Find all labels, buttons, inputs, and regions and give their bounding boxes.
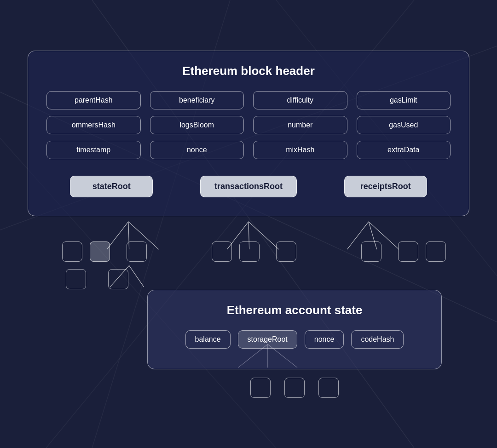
field-timestamp: timestamp	[46, 141, 141, 159]
leaf-storage-2	[284, 378, 305, 398]
leaf-storage-1	[250, 378, 271, 398]
field-nonce: nonce	[150, 141, 244, 159]
leaf-tx-2	[239, 241, 260, 262]
root-transactionsRoot: transactionsRoot	[200, 176, 297, 197]
field-logsBloom: logsBloom	[150, 116, 244, 134]
leaf-rec-2	[398, 241, 418, 262]
leaf-state-child-1	[66, 269, 86, 289]
storage-leaves-row	[147, 369, 442, 398]
leaf-rec-3	[426, 241, 446, 262]
block-header-title: Ethereum block header	[46, 64, 451, 78]
account-state-box: Ethereum account state balance storageRo…	[147, 290, 442, 369]
diagram-container: Ethereum block header parentHash benefic…	[28, 51, 469, 398]
field-number: number	[253, 116, 347, 134]
leaf-tx-3	[276, 241, 296, 262]
leaf-tx-1	[212, 241, 232, 262]
root-receiptsRoot: receiptsRoot	[344, 176, 427, 197]
leaf-storage-3	[318, 378, 339, 398]
account-state-title: Ethereum account state	[166, 303, 423, 317]
field-storageRoot: storageRoot	[238, 330, 297, 349]
diagram-wrapper: Ethereum block header parentHash benefic…	[28, 51, 469, 398]
field-extraData: extraData	[357, 141, 451, 159]
leaf-state-2	[90, 241, 110, 262]
field-mixHash: mixHash	[253, 141, 347, 159]
field-difficulty: difficulty	[253, 91, 347, 109]
account-fields-row: balance storageRoot nonce codeHash	[166, 330, 423, 349]
leaf-state-1	[62, 241, 82, 262]
fields-grid: parentHash beneficiary difficulty gasLim…	[46, 91, 451, 159]
field-balance: balance	[185, 330, 231, 349]
field-ommersHash: ommersHash	[46, 116, 141, 134]
field-beneficiary: beneficiary	[150, 91, 244, 109]
field-parentHash: parentHash	[46, 91, 141, 109]
bottom-section: Ethereum account state balance storageRo…	[28, 290, 469, 398]
leaf-rec-1	[361, 241, 381, 262]
middle-tree-section	[28, 216, 469, 290]
leaf-state-child-2	[108, 269, 128, 289]
roots-row: stateRoot transactionsRoot receiptsRoot	[46, 176, 451, 197]
leaf-state-3	[127, 241, 147, 262]
root-stateRoot: stateRoot	[70, 176, 153, 197]
block-header-box: Ethereum block header parentHash benefic…	[28, 51, 469, 216]
field-codeHash: codeHash	[351, 330, 404, 349]
field-gasUsed: gasUsed	[357, 116, 451, 134]
field-nonce-account: nonce	[305, 330, 344, 349]
field-gasLimit: gasLimit	[357, 91, 451, 109]
